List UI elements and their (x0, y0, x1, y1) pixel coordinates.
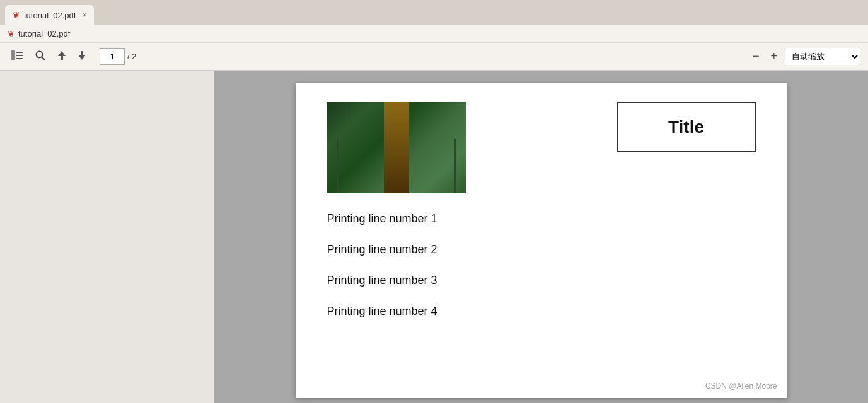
svg-marker-9 (78, 55, 86, 60)
svg-rect-7 (61, 56, 63, 60)
pdf-image (327, 102, 466, 193)
zoom-out-button[interactable]: − (749, 48, 763, 64)
svg-marker-6 (58, 51, 66, 56)
prev-page-button[interactable] (54, 48, 69, 65)
pdf-line-3: Printing line number 3 (327, 270, 756, 291)
zoom-controls: − + 自动缩放 实际大小 适合页面 适合宽度 50% 75% 100% 125… (749, 48, 860, 65)
svg-line-5 (42, 57, 45, 60)
down-arrow-icon (78, 51, 86, 62)
watermark: CSDN @Allen Moore (705, 382, 777, 390)
tab-bar: ❦ tutorial_02.pdf × (0, 0, 868, 25)
breadcrumb-label: tutorial_02.pdf (18, 29, 70, 38)
search-button[interactable] (32, 48, 49, 65)
pdf-title-text: Title (668, 117, 704, 137)
svg-rect-1 (16, 52, 23, 53)
tab-label: tutorial_02.pdf (24, 11, 76, 20)
tab-close-button[interactable]: × (82, 11, 86, 20)
svg-point-4 (37, 51, 43, 57)
page-total-label: / 2 (127, 52, 136, 61)
page-input-group: / 2 (100, 48, 136, 65)
svg-rect-3 (16, 58, 23, 59)
sidebar-toggle-button[interactable] (8, 48, 26, 65)
pdf-content-area: Title Printing line number 1 Printing li… (214, 71, 868, 403)
pdf-icon: ❦ (13, 10, 20, 20)
breadcrumb: ❦ tutorial_02.pdf (0, 25, 868, 43)
main-area: Title Printing line number 1 Printing li… (0, 71, 868, 403)
next-page-button[interactable] (74, 48, 90, 65)
svg-rect-8 (81, 51, 83, 55)
zoom-select[interactable]: 自动缩放 实际大小 适合页面 适合宽度 50% 75% 100% 125% 15… (785, 48, 860, 65)
sidebar-icon (11, 50, 23, 63)
page-number-input[interactable] (100, 48, 125, 65)
pdf-lines: Printing line number 1 Printing line num… (327, 208, 756, 322)
pdf-line-1: Printing line number 1 (327, 208, 756, 229)
sidebar-panel (0, 71, 214, 403)
svg-rect-0 (11, 50, 15, 60)
zoom-in-button[interactable]: + (767, 48, 781, 64)
svg-rect-2 (16, 55, 23, 56)
pdf-page: Title Printing line number 1 Printing li… (296, 83, 787, 398)
breadcrumb-pdf-icon: ❦ (8, 29, 14, 38)
search-icon (35, 50, 45, 63)
pdf-line-2: Printing line number 2 (327, 239, 756, 260)
pdf-top-row: Title (327, 102, 756, 193)
toolbar: / 2 − + 自动缩放 实际大小 适合页面 适合宽度 50% 75% 100%… (0, 43, 868, 71)
pdf-tab[interactable]: ❦ tutorial_02.pdf × (5, 5, 94, 25)
up-arrow-icon (58, 51, 66, 62)
pdf-title-box: Title (617, 102, 756, 152)
pdf-line-4: Printing line number 4 (327, 301, 756, 322)
